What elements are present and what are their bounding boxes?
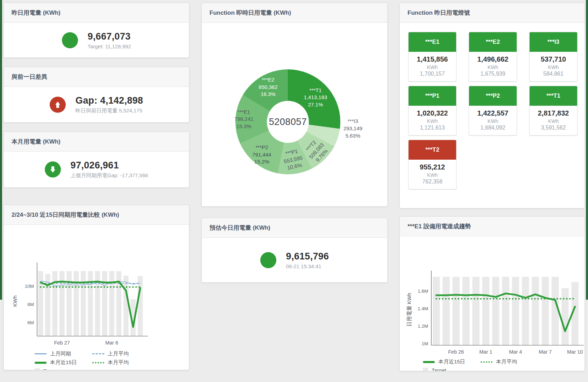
svg-text:日用電量 KWh: 日用電量 KWh xyxy=(406,293,412,327)
donut-slice-label: ***E2850,36216.3% xyxy=(258,76,277,98)
svg-text:Mar 10: Mar 10 xyxy=(567,349,583,355)
donut-slice-label: ***P2791,44415.2% xyxy=(252,144,271,166)
yesterday-value: 9,667,073 xyxy=(88,31,131,42)
gap-subtext: 昨日與前日用電量 5,524,175 xyxy=(76,107,143,114)
legend-swatch-dots-icon xyxy=(92,362,104,363)
panel-compare-title-text: 2/24~3/10 近15日同期用電量比較 (KWh) xyxy=(12,211,119,218)
legend-item[interactable]: Target xyxy=(423,367,481,371)
svg-text:Mar 7: Mar 7 xyxy=(539,349,552,355)
yesterday-target: Target: 11,128,992 xyxy=(88,43,131,49)
light-tile-gap: 1,700,157 xyxy=(410,71,455,77)
legend-label: Target xyxy=(432,367,446,371)
light-tile-unit: KWh xyxy=(410,64,455,70)
donut-slice-label: ***T11,413,18327.1% xyxy=(304,87,327,109)
light-tile-value: 1,496,662 xyxy=(470,55,515,63)
panel-trend-title-text: ***E1 設備用電達成趨勢 xyxy=(408,223,471,230)
legend-item[interactable]: Target xyxy=(35,368,92,370)
legend-swatch-box-icon xyxy=(35,368,40,370)
panel-yesterday-title-text: 昨日用電量 (KWh) xyxy=(12,9,61,16)
legend-label: 本月平均 xyxy=(108,359,129,366)
legend-label: 上月平均 xyxy=(108,350,129,357)
light-tile-value: 1,422,557 xyxy=(470,109,515,117)
panel-lights-title: Function 昨日用電燈號 xyxy=(400,3,585,23)
light-tile-unit: KWh xyxy=(470,64,515,70)
panel-month-title: 本月用電量 (KWh) xyxy=(4,132,189,152)
estimate-value: 9,615,796 xyxy=(286,251,329,262)
e1-trend-chart: 1M1.2M1.4M1.6MFeb 26Mar 1Mar 4Mar 7Mar 1… xyxy=(400,236,585,371)
donut-slice-label: ***E1798,24115.3% xyxy=(234,109,253,130)
month-subtext: 上個月同期用電Gap: -17,377,566 xyxy=(71,172,148,179)
light-tile-name: ***I3 xyxy=(530,32,577,52)
svg-text:1.2M: 1.2M xyxy=(418,324,428,329)
light-tile-body: 1,020,322KWh1,121,613 xyxy=(409,106,456,135)
month-stat-text: 97,026,961 上個月同期用電Gap: -17,377,566 xyxy=(71,160,148,179)
svg-text:1.6M: 1.6M xyxy=(418,289,428,294)
panel-estimate-today: 預估今日用電量 (KWh) 9,615,796 06-21 15:34:41 xyxy=(201,218,388,283)
panel-lights-title-text: Function 昨日用電燈號 xyxy=(408,9,470,16)
gap-status-circle-icon xyxy=(50,97,66,113)
panel-estimate-title: 預估今日用電量 (KWh) xyxy=(202,218,387,238)
light-tile: ***I3537,710KWh584,861 xyxy=(529,32,578,82)
svg-text:10M: 10M xyxy=(25,284,34,289)
light-tile-unit: KWh xyxy=(531,64,576,70)
svg-text:1.4M: 1.4M xyxy=(418,306,428,311)
light-tile-value: 537,710 xyxy=(531,55,576,63)
light-tile-name: ***P2 xyxy=(469,86,517,106)
panel-estimate-title-text: 預估今日用電量 (KWh) xyxy=(210,224,270,231)
panel-yesterday-title: 昨日用電量 (KWh) xyxy=(4,3,189,23)
legend-item[interactable]: 上月平均 xyxy=(92,350,150,357)
light-tile-unit: KWh xyxy=(531,118,576,124)
estimate-stat: 9,615,796 06-21 15:34:41 xyxy=(202,238,387,282)
light-tile-gap: 762,358 xyxy=(410,179,455,185)
lights-grid: ***E11,415,856KWh1,700,157***E21,496,662… xyxy=(400,23,585,189)
light-tile-name: ***P1 xyxy=(409,86,456,106)
light-tile: ***T12,817,832KWh3,591,562 xyxy=(529,86,578,136)
legend-swatch-dots-icon xyxy=(481,361,493,363)
legend-label: 本月近15日 xyxy=(438,359,465,365)
month-status-circle-icon xyxy=(45,161,61,178)
light-tile: ***E11,415,856KWh1,700,157 xyxy=(408,32,456,82)
light-tile-gap: 3,591,562 xyxy=(531,125,576,131)
legend-swatch-thick-icon xyxy=(35,362,47,364)
legend-item[interactable]: 本月近15日 xyxy=(423,359,481,365)
svg-text:KWh: KWh xyxy=(12,296,18,307)
svg-text:Feb 27: Feb 27 xyxy=(54,340,70,346)
legend-swatch-dash-icon xyxy=(92,353,104,354)
legend-swatch-box-icon xyxy=(423,368,428,371)
lights-body: ***E11,415,856KWh1,700,157***E21,496,662… xyxy=(400,23,585,208)
legend-swatch-line-icon xyxy=(35,353,47,354)
light-tile-body: 537,710KWh584,861 xyxy=(530,52,577,81)
light-tile-gap: 1,675,939 xyxy=(470,71,515,77)
legend-label: 上月同期 xyxy=(50,350,71,357)
light-tile-body: 1,496,662KWh1,675,939 xyxy=(469,52,517,81)
legend-label: Target xyxy=(43,368,58,370)
svg-text:1M: 1M xyxy=(421,341,428,346)
light-tile-body: 1,422,557KWh1,684,092 xyxy=(469,106,517,135)
light-tile-unit: KWh xyxy=(470,118,515,124)
light-tile-body: 1,415,856KWh1,700,157 xyxy=(409,52,456,81)
legend-item[interactable]: 本月平均 xyxy=(92,359,150,366)
arrow-down-icon xyxy=(50,166,55,173)
e1trend-legend: 本月近15日本月平均Target xyxy=(400,357,549,371)
svg-text:Feb 26: Feb 26 xyxy=(448,349,464,355)
light-tile: ***P11,020,322KWh1,121,613 xyxy=(408,86,456,136)
panel-gap-prev-day: 與前一日差異 Gap: 4,142,898 昨日與前日用電量 5,524,175 xyxy=(3,67,189,123)
light-tile-gap: 1,684,092 xyxy=(470,125,515,131)
light-tile: ***E21,496,662KWh1,675,939 xyxy=(469,32,517,82)
svg-text:Mar 4: Mar 4 xyxy=(509,349,522,355)
estimate-status-circle-icon xyxy=(260,252,276,268)
legend-label: 本月平均 xyxy=(496,359,517,365)
light-tile-unit: KWh xyxy=(410,118,455,124)
legend-item[interactable]: 本月平均 xyxy=(481,359,538,365)
estimate-timestamp: 06-21 15:34:41 xyxy=(286,263,329,269)
estimate-stat-text: 9,615,796 06-21 15:34:41 xyxy=(286,251,329,269)
frame-left-stripe xyxy=(0,0,2,300)
svg-text:8M: 8M xyxy=(27,302,34,307)
panel-yesterday-lights: Function 昨日用電燈號 ***E11,415,856KWh1,700,1… xyxy=(399,3,585,208)
panel-e1-trend: ***E1 設備用電達成趨勢 1M1.2M1.4M1.6MFeb 26Mar 1… xyxy=(399,216,585,371)
yesterday-stat: 9,667,073 Target: 11,128,992 xyxy=(4,23,189,57)
donut-slice-label: ***I3293,1495.63% xyxy=(343,118,362,139)
legend-item[interactable]: 本月近15日 xyxy=(35,359,92,366)
light-tile-value: 1,415,856 xyxy=(410,55,455,63)
legend-item[interactable]: 上月同期 xyxy=(35,350,92,357)
